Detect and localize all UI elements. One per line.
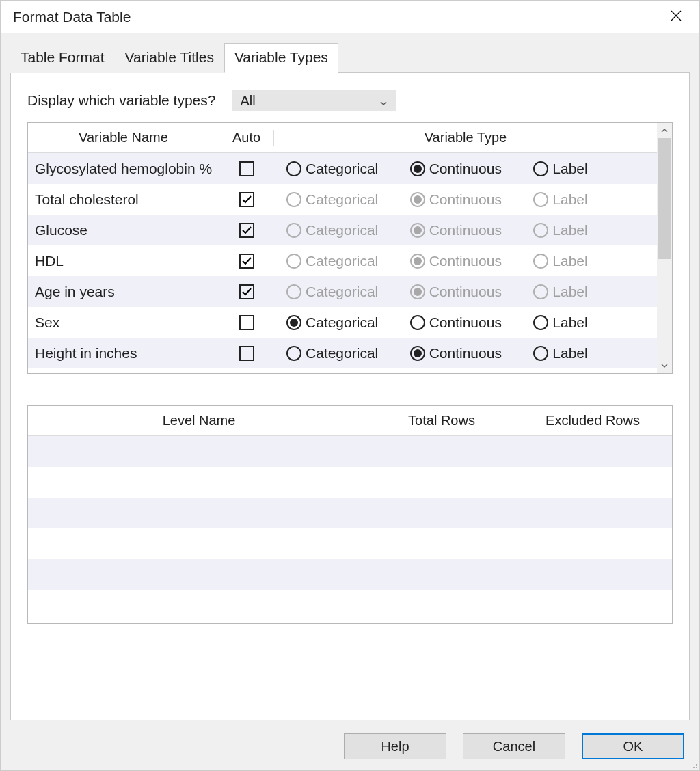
help-button[interactable]: Help: [344, 733, 446, 759]
auto-cell: [219, 254, 274, 269]
tab-variable-titles[interactable]: Variable Titles: [115, 43, 224, 73]
variables-table-header: Variable Name Auto Variable Type: [28, 123, 657, 153]
cancel-button[interactable]: Cancel: [463, 733, 565, 759]
levels-table-row: [28, 528, 672, 559]
auto-cell: [219, 223, 274, 238]
radio-label[interactable]: Label: [533, 314, 657, 331]
radio-categorical-input[interactable]: [286, 315, 301, 330]
dialog-body: Table Format Variable Titles Variable Ty…: [1, 33, 699, 722]
radio-label-label: Label: [552, 161, 587, 177]
radio-continuous-label: Continuous: [429, 284, 502, 300]
levels-table-row: [28, 559, 672, 590]
filter-label: Display which variable types?: [27, 92, 215, 109]
levels-table: Level Name Total Rows Excluded Rows: [27, 405, 673, 624]
scroll-thumb[interactable]: [658, 138, 671, 259]
variables-table-row: GlucoseCategoricalContinuousLabel: [28, 215, 657, 245]
close-icon: [671, 10, 682, 25]
scroll-down-icon[interactable]: [657, 358, 672, 373]
type-cell: CategoricalContinuousLabel: [274, 345, 657, 362]
radio-categorical-label: Categorical: [306, 314, 378, 331]
auto-cell: [219, 284, 274, 299]
radio-categorical: Categorical: [286, 191, 410, 208]
radio-label[interactable]: Label: [533, 345, 657, 362]
dialog-footer: Help Cancel OK: [1, 722, 699, 770]
radio-categorical-label: Categorical: [306, 345, 378, 362]
type-cell: CategoricalContinuousLabel: [274, 222, 657, 239]
radio-continuous[interactable]: Continuous: [410, 345, 534, 362]
radio-label[interactable]: Label: [533, 161, 657, 177]
auto-cell: [219, 192, 274, 207]
radio-label-label: Label: [552, 345, 587, 362]
col-header-variable-type: Variable Type: [274, 130, 657, 146]
radio-categorical[interactable]: Categorical: [286, 345, 410, 362]
scroll-up-icon[interactable]: [657, 123, 672, 138]
radio-continuous-label: Continuous: [429, 345, 502, 362]
radio-continuous-input[interactable]: [410, 315, 425, 330]
auto-checkbox[interactable]: [239, 254, 254, 269]
variables-table-body: Glycosylated hemoglobin %CategoricalCont…: [28, 153, 657, 368]
variables-table-row: Age in yearsCategoricalContinuousLabel: [28, 276, 657, 307]
filter-row: Display which variable types? All: [27, 90, 673, 111]
radio-categorical-input[interactable]: [286, 346, 301, 361]
tab-variable-types[interactable]: Variable Types: [224, 43, 338, 73]
variables-table-row: HDLCategoricalContinuousLabel: [28, 245, 657, 276]
radio-label: Label: [533, 191, 657, 208]
radio-label: Label: [533, 253, 657, 269]
radio-label-input: [533, 223, 548, 238]
radio-continuous: Continuous: [410, 284, 534, 300]
radio-label-input[interactable]: [533, 315, 548, 330]
radio-categorical-input: [286, 254, 301, 269]
scroll-track[interactable]: [657, 138, 672, 358]
type-cell: CategoricalContinuousLabel: [274, 314, 657, 331]
variable-name-cell: Sex: [28, 314, 219, 331]
radio-continuous[interactable]: Continuous: [410, 161, 534, 177]
radio-continuous-label: Continuous: [429, 161, 502, 177]
variables-table: Variable Name Auto Variable Type Glycosy…: [27, 122, 673, 374]
radio-label-label: Label: [552, 253, 587, 269]
ok-button[interactable]: OK: [582, 733, 684, 759]
variables-table-row: SexCategoricalContinuousLabel: [28, 307, 657, 338]
radio-categorical-input[interactable]: [286, 161, 301, 176]
radio-label-label: Label: [552, 191, 587, 208]
variables-table-row: Height in inchesCategoricalContinuousLab…: [28, 338, 657, 368]
radio-categorical-input: [286, 223, 301, 238]
radio-continuous-label: Continuous: [429, 314, 502, 331]
filter-select[interactable]: All: [232, 90, 396, 111]
auto-checkbox[interactable]: [239, 284, 254, 299]
radio-categorical-input: [286, 284, 301, 299]
auto-cell: [219, 161, 274, 176]
auto-checkbox[interactable]: [239, 315, 254, 330]
variables-table-scrollbar[interactable]: [657, 123, 672, 373]
filter-select-value: All: [240, 93, 255, 109]
resize-grip-icon[interactable]: [688, 759, 698, 769]
auto-checkbox[interactable]: [239, 192, 254, 207]
levels-table-row: [28, 590, 672, 621]
radio-continuous-input: [410, 192, 425, 207]
radio-categorical-label: Categorical: [306, 222, 378, 239]
auto-checkbox[interactable]: [239, 161, 254, 176]
radio-continuous-input[interactable]: [410, 346, 425, 361]
tab-panel: Display which variable types? All Variab…: [10, 72, 690, 720]
radio-label: Label: [533, 222, 657, 239]
chevron-down-icon: [379, 95, 390, 106]
radio-continuous-input[interactable]: [410, 161, 425, 176]
tab-table-format[interactable]: Table Format: [10, 43, 115, 73]
variable-name-cell: Glycosylated hemoglobin %: [28, 161, 219, 177]
variable-name-cell: Total cholesterol: [28, 191, 219, 208]
radio-categorical[interactable]: Categorical: [286, 314, 410, 331]
radio-continuous-label: Continuous: [429, 222, 502, 239]
radio-continuous[interactable]: Continuous: [410, 314, 534, 331]
close-button[interactable]: [662, 6, 690, 28]
radio-categorical[interactable]: Categorical: [286, 161, 410, 177]
radio-categorical: Categorical: [286, 253, 410, 269]
radio-label-input[interactable]: [533, 161, 548, 176]
auto-checkbox[interactable]: [239, 346, 254, 361]
radio-label-input[interactable]: [533, 346, 548, 361]
levels-table-header: Level Name Total Rows Excluded Rows: [28, 406, 672, 436]
radio-label-input: [533, 192, 548, 207]
radio-categorical-label: Categorical: [306, 284, 378, 300]
type-cell: CategoricalContinuousLabel: [274, 161, 657, 177]
radio-label-label: Label: [552, 314, 587, 331]
auto-checkbox[interactable]: [239, 223, 254, 238]
radio-categorical: Categorical: [286, 222, 410, 239]
